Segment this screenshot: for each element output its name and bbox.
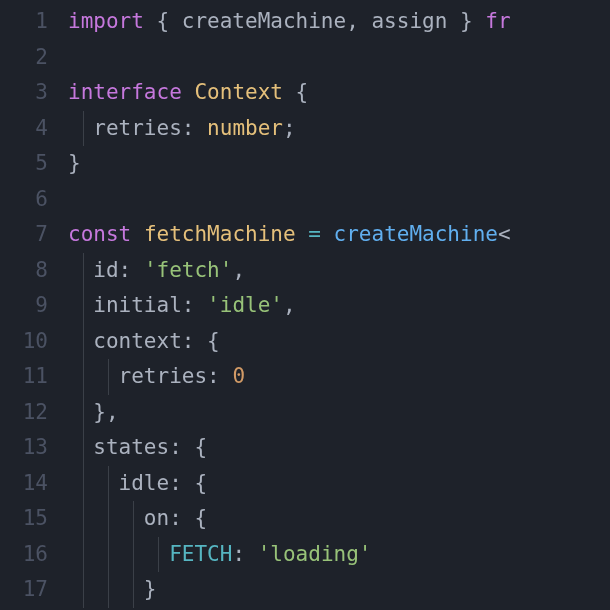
token: { — [194, 329, 219, 353]
token: Context — [194, 80, 283, 104]
token: 0 — [232, 364, 245, 388]
indent-guide — [83, 111, 84, 147]
code-line[interactable]: on: { — [68, 501, 610, 537]
token: FETCH — [169, 542, 232, 566]
token: assign } — [359, 9, 485, 33]
code-line[interactable]: import { createMachine, assign } fr — [68, 4, 610, 40]
token: , — [346, 9, 359, 33]
token: const — [68, 222, 131, 246]
indent-guide — [158, 537, 159, 573]
code-line[interactable]: context: { — [68, 324, 610, 360]
code-line-content: id: 'fetch', — [68, 258, 245, 282]
token — [321, 222, 334, 246]
token: : — [169, 435, 182, 459]
code-line[interactable]: initial: 'idle', — [68, 288, 610, 324]
line-number: 13 — [0, 430, 48, 466]
code-line-content: retries: 0 — [68, 364, 245, 388]
line-number: 10 — [0, 324, 48, 360]
code-line[interactable] — [68, 182, 610, 218]
indent-guide — [83, 395, 84, 431]
line-number: 12 — [0, 395, 48, 431]
code-line-content: import { createMachine, assign } fr — [68, 9, 511, 33]
token: 'idle' — [207, 293, 283, 317]
token: { — [182, 506, 207, 530]
code-editor[interactable]: 1234567891011121314151617 import { creat… — [0, 0, 610, 610]
code-line[interactable]: retries: 0 — [68, 359, 610, 395]
code-line-content: FETCH: 'loading' — [68, 542, 371, 566]
indent-guide — [83, 253, 84, 289]
token: , — [106, 400, 119, 424]
code-line[interactable]: interface Context { — [68, 75, 610, 111]
token: : — [119, 258, 132, 282]
token: : — [232, 542, 245, 566]
indent-guide — [108, 572, 109, 608]
token — [194, 116, 207, 140]
indent-guide — [108, 466, 109, 502]
token: 'loading' — [258, 542, 372, 566]
code-line-content: } — [68, 577, 157, 601]
indent-guide — [83, 430, 84, 466]
code-line-content: const fetchMachine = createMachine< — [68, 222, 511, 246]
code-line[interactable]: }, — [68, 395, 610, 431]
token: } — [68, 151, 81, 175]
line-number: 9 — [0, 288, 48, 324]
line-number: 11 — [0, 359, 48, 395]
line-number: 16 — [0, 537, 48, 573]
token: { — [182, 435, 207, 459]
line-number: 7 — [0, 217, 48, 253]
line-number: 2 — [0, 40, 48, 76]
code-line-content: }, — [68, 400, 119, 424]
code-line[interactable]: retries: number; — [68, 111, 610, 147]
line-number: 8 — [0, 253, 48, 289]
code-line[interactable] — [68, 40, 610, 76]
line-number: 6 — [0, 182, 48, 218]
line-number: 17 — [0, 572, 48, 608]
token — [220, 364, 233, 388]
token — [131, 222, 144, 246]
token: , — [283, 293, 296, 317]
line-number: 4 — [0, 111, 48, 147]
indent-guide — [83, 572, 84, 608]
token: id — [68, 258, 119, 282]
token: : — [182, 329, 195, 353]
code-line[interactable]: } — [68, 572, 610, 608]
token: retries — [68, 116, 182, 140]
line-number: 1 — [0, 4, 48, 40]
line-number-gutter: 1234567891011121314151617 — [0, 0, 68, 610]
code-line[interactable]: id: 'fetch', — [68, 253, 610, 289]
token: : — [182, 293, 195, 317]
token: retries — [68, 364, 207, 388]
indent-guide — [108, 537, 109, 573]
line-number: 3 — [0, 75, 48, 111]
indent-guide — [133, 537, 134, 573]
token: createMachine — [334, 222, 498, 246]
token: context — [68, 329, 182, 353]
code-line[interactable]: FETCH: 'loading' — [68, 537, 610, 573]
code-line[interactable]: states: { — [68, 430, 610, 466]
indent-guide — [133, 572, 134, 608]
code-line[interactable]: } — [68, 146, 610, 182]
token: import — [68, 9, 144, 33]
code-line[interactable]: idle: { — [68, 466, 610, 502]
token: 'fetch' — [144, 258, 233, 282]
indent-guide — [83, 324, 84, 360]
code-line-content: states: { — [68, 435, 207, 459]
indent-guide — [83, 359, 84, 395]
indent-guide — [83, 537, 84, 573]
line-number: 14 — [0, 466, 48, 502]
line-number: 5 — [0, 146, 48, 182]
code-line[interactable]: const fetchMachine = createMachine< — [68, 217, 610, 253]
indent-guide — [83, 466, 84, 502]
token: } — [68, 400, 106, 424]
token: : — [169, 506, 182, 530]
indent-guide — [83, 501, 84, 537]
code-area[interactable]: import { createMachine, assign } frinter… — [68, 0, 610, 610]
token: < — [498, 222, 511, 246]
line-number: 15 — [0, 501, 48, 537]
token: { — [182, 471, 207, 495]
token: initial — [68, 293, 182, 317]
token: = — [308, 222, 321, 246]
code-line-content: idle: { — [68, 471, 207, 495]
code-line-content: context: { — [68, 329, 220, 353]
indent-guide — [133, 501, 134, 537]
